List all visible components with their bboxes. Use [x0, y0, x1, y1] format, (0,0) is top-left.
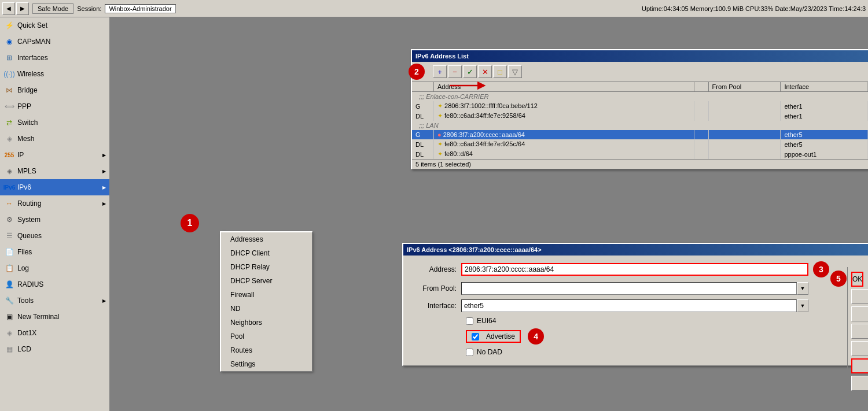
sidebar-item-quick-set[interactable]: ⚡ Quick Set [0, 17, 109, 34]
table-row[interactable]: G ● 2806:3f7:a200:cccc::aaaa/64 ether5 y… [412, 130, 868, 139]
sidebar-item-system[interactable]: ⚙ System [0, 212, 109, 228]
back-button[interactable]: ◀ [2, 2, 15, 15]
apply-button[interactable]: Apply [851, 306, 868, 321]
disable-button[interactable]: Disable [851, 324, 868, 339]
sidebar-label-routing: Routing [17, 199, 41, 208]
sidebar-item-interfaces[interactable]: ⊞ Interfaces [0, 50, 109, 66]
interface-input[interactable] [461, 299, 797, 312]
submenu-nd[interactable]: ND [221, 302, 312, 316]
row-flag: G [412, 130, 433, 139]
row-sort [694, 111, 708, 121]
ok-button[interactable]: OK [851, 272, 863, 287]
ok-wrapper: 5 OK [851, 272, 868, 287]
filter-button[interactable]: ▽ [508, 65, 522, 78]
forward-button[interactable]: ▶ [16, 2, 29, 15]
no-dad-row: No DAD [409, 348, 868, 356]
row-flag: DL [412, 139, 433, 149]
sidebar-item-ip[interactable]: 255 IP [0, 147, 109, 163]
row-address: ✦ 2806:3f7:1002::ffff:f0ca:bebe/112 [433, 101, 694, 111]
remove-button[interactable]: − [448, 65, 462, 78]
table-row[interactable]: DL ✦ fe80::d/64 pppoe-out1 no [412, 149, 868, 159]
submenu-neighbors[interactable]: Neighbors [221, 316, 312, 329]
col-sort[interactable] [694, 82, 708, 92]
row-address: ● 2806:3f7:a200:cccc::aaaa/64 [433, 130, 694, 139]
comment-button[interactable]: Comment [851, 341, 868, 356]
col-interface[interactable]: Interface [781, 82, 867, 92]
row-address: ✦ fe80::c6ad:34ff:fe7e:925c/64 [433, 139, 694, 149]
sidebar-item-tools[interactable]: 🔧 Tools [0, 292, 109, 309]
interface-row: Interface: ▼ [409, 299, 868, 312]
from-pool-label: From Pool: [409, 284, 461, 292]
address-row: Address: 3 [409, 261, 868, 277]
files-icon: 📄 [5, 247, 14, 257]
radius-icon: 👤 [5, 280, 14, 289]
annotation-arrow-2 [447, 77, 493, 94]
copy-button[interactable]: Copy [851, 358, 868, 373]
table-row[interactable]: G ✦ 2806:3f7:1002::ffff:f0ca:bebe/112 et… [412, 101, 868, 111]
sidebar-item-routing[interactable]: ↔ Routing [0, 195, 109, 212]
submenu-dhcp-relay[interactable]: DHCP Relay [221, 260, 312, 274]
sidebar-item-log[interactable]: 📋 Log [0, 260, 109, 276]
remove-button[interactable]: Remove [851, 376, 868, 391]
ipv6-icon: IPv6 [5, 183, 14, 192]
dialog-form: Address: 3 From Pool: ▼ [403, 256, 868, 365]
submenu-dhcp-server[interactable]: DHCP Server [221, 274, 312, 288]
from-pool-input[interactable] [461, 282, 797, 295]
submenu-settings[interactable]: Settings [221, 357, 312, 371]
sidebar-item-lcd[interactable]: ▦ LCD [0, 341, 109, 357]
address-input[interactable] [461, 263, 808, 276]
submenu-firewall[interactable]: Firewall [221, 288, 312, 302]
safe-mode-button[interactable]: Safe Mode [32, 3, 73, 14]
sidebar-item-switch[interactable]: ⇄ Switch [0, 114, 109, 131]
row-pool [708, 101, 781, 111]
sidebar-item-ipv6[interactable]: IPv6 IPv6 [0, 179, 109, 195]
sidebar-item-queues[interactable]: ☰ Queues [0, 228, 109, 244]
disable-button[interactable]: ✕ [478, 65, 492, 78]
sidebar-item-mpls[interactable]: ◈ MPLS [0, 163, 109, 179]
row-sort [694, 139, 708, 149]
sidebar-label-ip: IP [17, 151, 24, 159]
switch-icon: ⇄ [5, 118, 14, 127]
tools-icon: 🔧 [5, 296, 14, 305]
session-label: Session: [77, 5, 101, 12]
enable-button[interactable]: ✓ [463, 65, 477, 78]
sidebar-item-ppp[interactable]: ⟺ PPP [0, 98, 109, 114]
sidebar-item-dot1x[interactable]: ◈ Dot1X [0, 325, 109, 341]
annotation-1: 1 [181, 214, 199, 232]
sidebar-label-radius: RADIUS [17, 280, 43, 288]
from-pool-dropdown[interactable]: ▼ [797, 282, 808, 295]
advertise-checkbox[interactable] [472, 333, 479, 340]
submenu-addresses[interactable]: Addresses [221, 232, 312, 246]
no-dad-label: No DAD [477, 348, 502, 356]
submenu-pool[interactable]: Pool [221, 329, 312, 343]
sidebar-item-files[interactable]: 📄 Files [0, 244, 109, 260]
log-icon: 📋 [5, 264, 14, 273]
content-area: 1 Addresses DHCP Client DHCP Relay DHCP … [110, 17, 868, 411]
sidebar-item-bridge[interactable]: ⋈ Bridge [0, 82, 109, 98]
sidebar-item-capsman[interactable]: ◉ CAPsMAN [0, 34, 109, 50]
advertise-label: Advertise [486, 332, 515, 340]
add-button[interactable]: + [433, 65, 447, 78]
sidebar-item-radius[interactable]: 👤 RADIUS [0, 276, 109, 292]
table-row[interactable]: DL ✦ fe80::c6ad:34ff:fe7e:925c/64 ether5… [412, 139, 868, 149]
sidebar-item-wireless[interactable]: ((·)) Wireless [0, 66, 109, 82]
sidebar-item-new-terminal[interactable]: ▣ New Terminal [0, 309, 109, 325]
cancel-button[interactable]: Cancel [851, 289, 868, 304]
advertise-row: Advertise 4 [409, 328, 868, 345]
eui64-checkbox[interactable] [466, 317, 473, 325]
from-pool-row: From Pool: ▼ [409, 282, 868, 295]
row-iface: pppoe-out1 [781, 149, 867, 159]
table-row[interactable]: DL ✦ fe80::c6ad:34ff:fe7e:9258/64 ether1… [412, 111, 868, 121]
no-dad-checkbox[interactable] [466, 349, 473, 356]
nav-buttons: ◀ ▶ [2, 2, 29, 15]
sidebar-item-mesh[interactable]: ◈ Mesh [0, 131, 109, 147]
comment-button[interactable]: □ [493, 65, 507, 78]
submenu-dhcp-client[interactable]: DHCP Client [221, 246, 312, 260]
sidebar-label-interfaces: Interfaces [17, 54, 48, 62]
col-flag[interactable] [412, 82, 433, 92]
interface-dropdown[interactable]: ▼ [797, 299, 808, 312]
submenu-routes[interactable]: Routes [221, 343, 312, 357]
main-layout: ⚡ Quick Set ◉ CAPsMAN ⊞ Interfaces ((·))… [0, 17, 868, 411]
col-from-pool[interactable]: From Pool [708, 82, 781, 92]
queues-icon: ☰ [5, 231, 14, 240]
